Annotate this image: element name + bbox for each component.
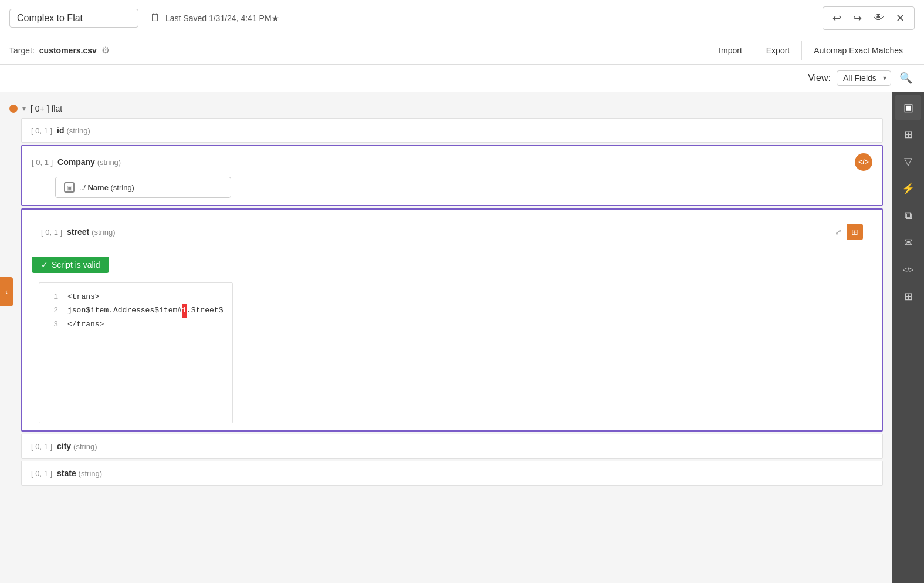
toolbar-right: Import Export Automap Exact Matches <box>707 41 915 60</box>
main: ‹ ▾ [ 0+ ] flat [ 0, 1 ] id (string) <box>0 92 924 583</box>
expand-icon[interactable]: ⤢ <box>835 227 842 237</box>
save-document-icon: 🗒 <box>150 12 161 24</box>
sidebar-table-button[interactable]: ⊞ <box>895 122 921 147</box>
field-company-label: [ 0, 1 ] Company (string) <box>32 157 121 167</box>
target-file: customers.csv <box>39 46 97 55</box>
grid2-icon: ⊞ <box>904 290 913 303</box>
sidebar-grid2-button[interactable]: ⊞ <box>895 284 921 309</box>
code-line-2: 2 json$item.Addresses$item#1.Street$ <box>49 304 223 317</box>
root-label: [ 0+ ] flat <box>31 104 62 113</box>
pull-tab[interactable]: ‹ <box>0 277 13 306</box>
header: 🗒 Last Saved 1/31/24, 4:41 PM★ ↩ ↪ 👁 ✕ <box>0 0 924 36</box>
code-tag-icon: </> <box>903 265 914 274</box>
save-status: 🗒 Last Saved 1/31/24, 4:41 PM★ <box>150 12 279 24</box>
sidebar-record-button[interactable]: ▣ <box>895 95 921 120</box>
field-row-company[interactable]: [ 0, 1 ] Company (string) </> ▣ ../ Name… <box>21 145 883 206</box>
view-select[interactable]: All Fields <box>837 70 891 86</box>
company-subfield-box[interactable]: ▣ ../ Name (string) <box>55 177 231 198</box>
code-line-1: 1 <trans> <box>49 290 223 304</box>
pull-tab-icon: ‹ <box>5 288 8 296</box>
grid-icon: ⊞ <box>851 227 858 237</box>
mail-icon: ✉ <box>904 236 913 249</box>
orange-dot-icon <box>9 105 18 113</box>
field-row-street[interactable]: [ 0, 1 ] street (string) ⤢ ⊞ ✓ <box>21 208 883 432</box>
view-label: View: <box>808 73 831 83</box>
title-input[interactable] <box>9 9 138 28</box>
right-sidebar: ▣ ⊞ ▽ ⚡ ⧉ ✉ </> ⊞ <box>892 92 924 583</box>
company-code-button[interactable]: </> <box>855 153 872 171</box>
code-icon: </> <box>858 158 868 166</box>
toolbar: Target: customers.csv ⚙ Import Export Au… <box>0 36 924 65</box>
search-button[interactable]: 🔍 <box>897 69 915 87</box>
code-line-3: 3 </trans> <box>49 318 223 331</box>
schema-root-header: ▾ [ 0+ ] flat <box>9 99 883 118</box>
plug-icon: ⚡ <box>902 182 915 195</box>
check-icon: ✓ <box>41 260 48 269</box>
field-street-label: [ 0, 1 ] street (string) <box>41 227 116 237</box>
street-actions: ⤢ ⊞ <box>835 224 863 240</box>
script-valid-row: ✓ Script is valid <box>32 247 128 282</box>
down-icon: ▽ <box>904 155 912 168</box>
content: ▾ [ 0+ ] flat [ 0, 1 ] id (string) [ 0, … <box>0 92 892 583</box>
chevron-down-icon[interactable]: ▾ <box>22 105 26 113</box>
script-valid-button[interactable]: ✓ Script is valid <box>32 257 109 273</box>
field-row-id[interactable]: [ 0, 1 ] id (string) <box>21 118 883 143</box>
script-valid-label: Script is valid <box>52 260 100 269</box>
header-actions: ↩ ↪ 👁 ✕ <box>823 6 915 30</box>
copy-icon: ⧉ <box>905 210 912 222</box>
subfield-box-icon: ▣ <box>64 182 75 193</box>
field-state-label: [ 0, 1 ] state (string) <box>31 469 102 478</box>
export-button[interactable]: Export <box>754 41 802 60</box>
automap-button[interactable]: Automap Exact Matches <box>802 41 915 60</box>
view-bar: View: All Fields 🔍 <box>0 65 924 92</box>
field-row-state[interactable]: [ 0, 1 ] state (string) <box>21 461 883 486</box>
sidebar-code-button[interactable]: </> <box>895 257 921 282</box>
schema-rows-container: [ 0, 1 ] id (string) [ 0, 1 ] Company (s… <box>21 118 883 486</box>
sidebar-copy-button[interactable]: ⧉ <box>895 203 921 228</box>
field-city-label: [ 0, 1 ] city (string) <box>31 442 97 451</box>
field-row-city[interactable]: [ 0, 1 ] city (string) <box>21 434 883 459</box>
sidebar-mail-button[interactable]: ✉ <box>895 230 921 255</box>
table-icon: ⊞ <box>904 128 913 141</box>
gear-icon[interactable]: ⚙ <box>101 45 110 56</box>
import-button[interactable]: Import <box>707 41 754 60</box>
subfield-label: ../ Name (string) <box>79 183 134 192</box>
close-button[interactable]: ✕ <box>891 9 909 27</box>
company-subfield: ▣ ../ Name (string) <box>55 177 872 198</box>
view-select-wrapper: All Fields <box>837 70 891 86</box>
save-status-text: Last Saved 1/31/24, 4:41 PM★ <box>165 14 279 23</box>
undo-button[interactable]: ↩ <box>828 9 846 27</box>
record-icon: ▣ <box>903 101 913 114</box>
target-label: Target: <box>9 46 35 55</box>
target-section: Target: customers.csv ⚙ <box>9 45 110 56</box>
redo-button[interactable]: ↪ <box>848 9 867 27</box>
street-header-row: [ 0, 1 ] street (string) ⤢ ⊞ <box>32 217 872 247</box>
preview-button[interactable]: 👁 <box>869 9 889 26</box>
street-grid-button[interactable]: ⊞ <box>847 224 863 240</box>
cursor: 1 <box>182 304 187 317</box>
sidebar-down-button[interactable]: ▽ <box>895 149 921 174</box>
field-id-label: [ 0, 1 ] id (string) <box>31 126 90 135</box>
code-editor[interactable]: 1 <trans> 2 json$item.Addresses$item#1.S… <box>39 282 233 423</box>
sidebar-plug-button[interactable]: ⚡ <box>895 176 921 201</box>
